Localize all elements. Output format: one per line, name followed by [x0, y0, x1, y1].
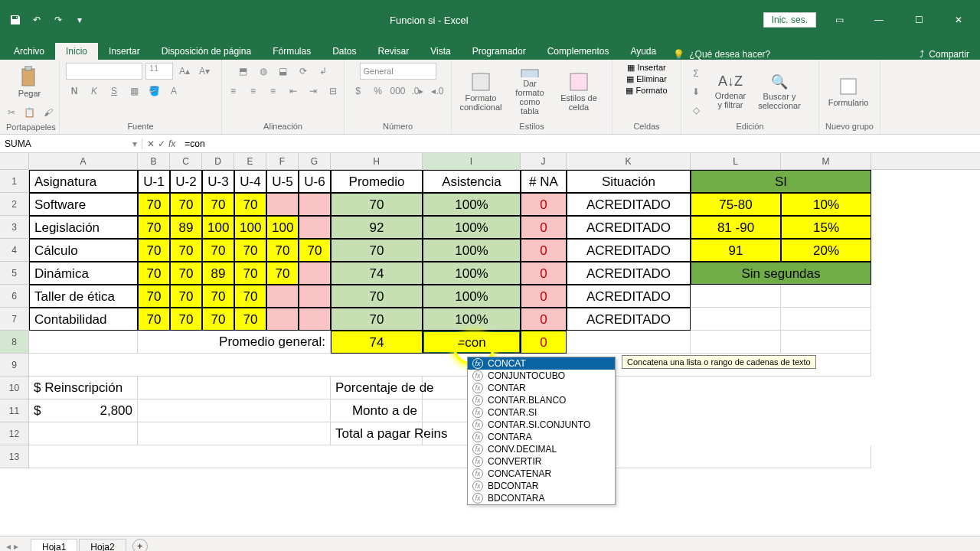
- cell-C7[interactable]: 70: [170, 308, 202, 331]
- copy-icon[interactable]: 📋: [21, 104, 38, 121]
- cell-H2[interactable]: 70: [331, 193, 423, 216]
- cell-C3[interactable]: 89: [170, 216, 202, 239]
- maximize-icon[interactable]: ☐: [902, 9, 936, 31]
- cell-D3[interactable]: 100: [202, 216, 234, 239]
- borders-icon[interactable]: ▦: [126, 83, 142, 99]
- cell-I2[interactable]: 100%: [423, 193, 521, 216]
- font-size-combo[interactable]: 11: [145, 63, 173, 80]
- autocomplete-item[interactable]: fxCONV.DECIMAL: [468, 443, 615, 455]
- cell-H10[interactable]: Porcentaje de de: [331, 377, 423, 399]
- row-3[interactable]: 3: [0, 216, 29, 239]
- cell-A8[interactable]: [29, 331, 138, 354]
- cell-D4[interactable]: 70: [202, 239, 234, 262]
- autocomplete-item[interactable]: fxCONCAT: [468, 357, 615, 370]
- cell-A11[interactable]: $2,800: [29, 399, 138, 422]
- cell-G2[interactable]: [299, 193, 331, 216]
- align-top-icon[interactable]: ⬒: [235, 63, 252, 80]
- col-F[interactable]: F: [266, 153, 299, 169]
- cell-C1[interactable]: U-2: [170, 170, 202, 193]
- cell-G1[interactable]: U-6: [299, 170, 331, 193]
- cell-E2[interactable]: 70: [234, 193, 266, 216]
- sort-filter-button[interactable]: A↓ZOrdenar y filtrar: [707, 67, 753, 117]
- tab-inicio[interactable]: Inicio: [55, 43, 98, 60]
- sheet-tab-1[interactable]: Hoja1: [31, 539, 77, 551]
- bold-icon[interactable]: N: [66, 83, 83, 99]
- format-painter-icon[interactable]: 🖌: [40, 104, 57, 121]
- col-J[interactable]: J: [521, 153, 567, 169]
- align-right-icon[interactable]: ≡: [265, 83, 282, 99]
- tab-formulas[interactable]: Fórmulas: [262, 43, 322, 60]
- tab-ayuda[interactable]: Ayuda: [619, 43, 667, 60]
- cell-L2[interactable]: 75-80: [691, 193, 781, 216]
- font-family-combo[interactable]: [66, 63, 142, 80]
- grow-font-icon[interactable]: A▴: [176, 63, 193, 80]
- cell-K5[interactable]: ACREDITADO: [567, 262, 691, 285]
- cell-J2[interactable]: 0: [521, 193, 567, 216]
- formula-autocomplete[interactable]: fxCONCATfxCONJUNTOCUBOfxCONTARfxCONTAR.B…: [467, 357, 616, 505]
- autocomplete-item[interactable]: fxCONVERTIR: [468, 455, 615, 468]
- cell-B6[interactable]: 70: [138, 285, 170, 308]
- fill-color-icon[interactable]: 🪣: [145, 83, 162, 99]
- cell-A3[interactable]: Legislación: [29, 216, 138, 239]
- autocomplete-item[interactable]: fxCONTARA: [468, 431, 615, 443]
- row-11[interactable]: 11: [0, 399, 29, 422]
- cell-F7[interactable]: [266, 308, 299, 331]
- cell-styles-button[interactable]: Estilos de celda: [556, 67, 602, 117]
- cell-C6[interactable]: 70: [170, 285, 202, 308]
- cell-C4[interactable]: 70: [170, 239, 202, 262]
- cell-A1[interactable]: Asignatura: [29, 170, 138, 193]
- cell-J7[interactable]: 0: [521, 308, 567, 331]
- align-middle-icon[interactable]: ◍: [255, 63, 272, 80]
- format-as-table-button[interactable]: Dar formato como tabla: [507, 67, 553, 117]
- cell-J4[interactable]: 0: [521, 239, 567, 262]
- sheet-nav-next-icon[interactable]: ▸: [14, 541, 18, 552]
- cell-A2[interactable]: Software: [29, 193, 138, 216]
- cell-G4[interactable]: 70: [299, 239, 331, 262]
- cell-A5[interactable]: Dinámica: [29, 262, 138, 285]
- cell-M4[interactable]: 20%: [781, 239, 871, 262]
- merge-icon[interactable]: ⊟: [325, 83, 341, 99]
- align-left-icon[interactable]: ≡: [225, 83, 242, 99]
- cell-B4[interactable]: 70: [138, 239, 170, 262]
- align-center-icon[interactable]: ≡: [245, 83, 262, 99]
- cell-K3[interactable]: ACREDITADO: [567, 216, 691, 239]
- cell-summary-label[interactable]: Promedio general:: [138, 331, 331, 354]
- cell-D7[interactable]: 70: [202, 308, 234, 331]
- wrap-text-icon[interactable]: ↲: [315, 63, 332, 80]
- cell-F2[interactable]: [266, 193, 299, 216]
- row-8[interactable]: 8: [0, 331, 29, 354]
- cell-G5[interactable]: [299, 262, 331, 285]
- tab-vista[interactable]: Vista: [420, 43, 461, 60]
- format-cells-button[interactable]: ▦ Formato: [626, 86, 667, 96]
- autocomplete-item[interactable]: fxCONTAR.SI.CONJUNTO: [468, 419, 615, 431]
- row-4[interactable]: 4: [0, 239, 29, 262]
- cell-M3[interactable]: 15%: [781, 216, 871, 239]
- cell-K1[interactable]: Situación: [567, 170, 691, 193]
- cell-J5[interactable]: 0: [521, 262, 567, 285]
- row-13[interactable]: 13: [0, 445, 29, 468]
- cell-A4[interactable]: Cálculo: [29, 239, 138, 262]
- save-icon[interactable]: [6, 11, 24, 29]
- cell-G6[interactable]: [299, 285, 331, 308]
- formula-input[interactable]: [180, 139, 980, 149]
- cell-J3[interactable]: 0: [521, 216, 567, 239]
- sheet-tab-2[interactable]: Hoja2: [79, 539, 126, 551]
- orientation-icon[interactable]: ⟳: [295, 63, 312, 80]
- row-10[interactable]: 10: [0, 377, 29, 399]
- fill-icon[interactable]: ⬇: [688, 83, 704, 100]
- cell-C5[interactable]: 70: [170, 262, 202, 285]
- shrink-font-icon[interactable]: A▾: [196, 63, 213, 80]
- cell-K7[interactable]: ACREDITADO: [567, 308, 691, 331]
- row-6[interactable]: 6: [0, 285, 29, 308]
- cell-L4[interactable]: 91: [691, 239, 781, 262]
- cell-L5[interactable]: Sin segundas: [691, 262, 871, 285]
- tab-complementos[interactable]: Complementos: [537, 43, 620, 60]
- cell-B1[interactable]: U-1: [138, 170, 170, 193]
- cell-L1[interactable]: SI: [691, 170, 871, 193]
- conditional-formatting-button[interactable]: Formato condicional: [458, 67, 504, 117]
- number-format-combo[interactable]: General: [360, 63, 436, 80]
- autocomplete-item[interactable]: fxCONTAR.SI: [468, 406, 615, 419]
- clear-icon[interactable]: ◇: [688, 102, 704, 119]
- cell-F3[interactable]: 100: [266, 216, 299, 239]
- sheet-nav-prev-icon[interactable]: ◂: [6, 541, 11, 552]
